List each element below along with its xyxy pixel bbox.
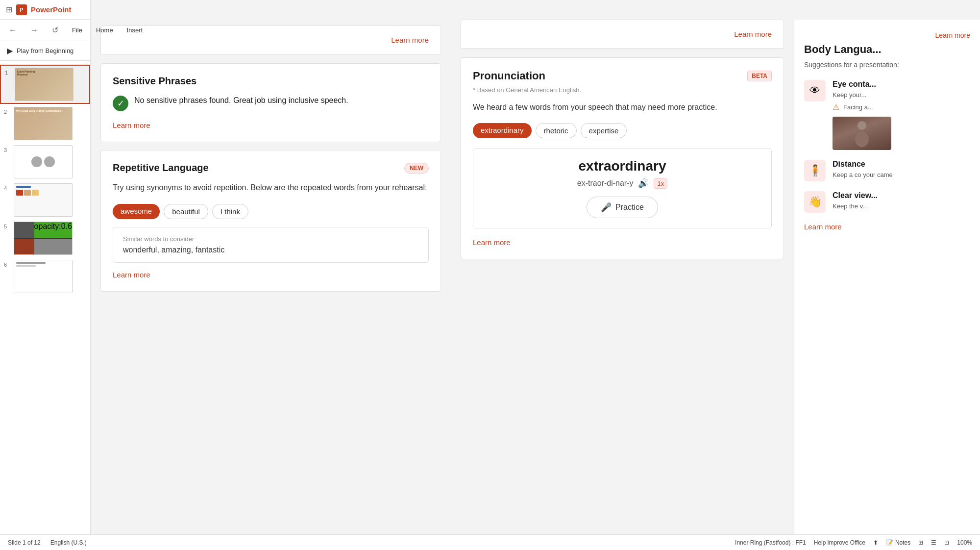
practice-button[interactable]: 🎤 Practice	[587, 197, 658, 218]
play-from-beginning-button[interactable]: ▶ Play from Beginning	[0, 41, 90, 61]
tip-distance-title: Distance	[833, 160, 893, 169]
view-icon-2[interactable]: ☰	[931, 539, 936, 546]
body-lang-learn-more[interactable]: Learn more	[804, 223, 970, 231]
view-icon-1[interactable]: ⊞	[918, 539, 923, 546]
sensitive-phrases-learn-more[interactable]: Learn more	[113, 121, 150, 129]
file-menu[interactable]: File	[69, 25, 85, 36]
distance-icon-box: 🧍	[804, 160, 826, 181]
sensitive-phrases-card: Sensitive Phrases ✓ No sensitive phrases…	[100, 63, 441, 142]
slide-info: Slide 1 of 12	[8, 539, 41, 546]
tip-eye-contact: 👁 Eye conta... Keep your... ⚠ Facing a..…	[804, 80, 970, 150]
pron-tag-rhetoric[interactable]: rhetoric	[536, 123, 577, 138]
similar-words-text: wonderful, amazing, fantastic	[123, 246, 418, 254]
slide-item[interactable]: 1 Event PlanningProposal	[0, 65, 90, 104]
slide-thumbnail: opacity:0.6	[14, 222, 73, 255]
pronunciation-title: Pronunciation	[473, 70, 545, 82]
help-improve[interactable]: Help improve Office	[814, 539, 865, 546]
pron-phonetic-row: ex-traor-di-nar-y 🔊 1x	[483, 178, 761, 189]
repetitive-description: Try using synonyms to avoid repetition. …	[113, 181, 429, 194]
tag-awesome[interactable]: awesome	[113, 204, 160, 219]
slide-number: 2	[4, 109, 11, 115]
repetitive-language-header: Repetitive Language NEW	[113, 162, 429, 174]
sensitive-phrases-title: Sensitive Phrases	[113, 75, 196, 87]
home-menu[interactable]: Home	[93, 25, 116, 36]
pron-description: We heard a few words from your speech th…	[473, 101, 772, 113]
body-language-title: Body Langua...	[804, 43, 970, 56]
tip-eye-warning: ⚠ Facing a...	[833, 102, 891, 112]
slide-2-title: We Create Extra Ordinary Experiences.	[16, 109, 70, 112]
svg-point-0	[858, 121, 866, 130]
slide-number: 1	[5, 70, 12, 75]
slide-number: 6	[4, 262, 11, 268]
mic-icon: 🎤	[601, 202, 612, 213]
repetitive-language-card: Repetitive Language NEW Try using synony…	[100, 150, 441, 292]
refresh-button[interactable]: ↺	[49, 24, 61, 37]
tip-clear-view-content: Clear view... Keep the v...	[833, 191, 878, 211]
person-thumb-inner	[833, 117, 891, 150]
slide-item[interactable]: 3	[0, 143, 90, 180]
tip-distance-content: Distance Keep a co your came	[833, 160, 893, 179]
play-label: Play from Beginning	[17, 47, 74, 54]
tip-eye-title: Eye conta...	[833, 80, 891, 89]
warning-icon: ⚠	[833, 102, 839, 112]
pron-speed-button[interactable]: 1x	[654, 178, 667, 189]
forward-button[interactable]: →	[27, 24, 41, 37]
success-text: No sensitive phrases found. Great job us…	[134, 95, 348, 106]
pron-learn-more[interactable]: Learn more	[473, 238, 511, 247]
body-language-card: Learn more Body Langua... Suggestions fo…	[794, 20, 980, 534]
back-button[interactable]: ←	[6, 24, 20, 37]
slide-thumbnail	[14, 260, 73, 293]
view-icon-3[interactable]: ⊡	[944, 539, 949, 546]
slide-item[interactable]: 2 We Create Extra Ordinary Experiences.	[0, 105, 90, 142]
zoom-level: 100%	[957, 539, 972, 546]
body-lang-top-learn-more[interactable]: Learn more	[935, 31, 970, 39]
tip-clear-view-desc: Keep the v...	[833, 202, 878, 211]
pron-tag-extraordinary[interactable]: extraordinary	[473, 123, 532, 138]
pronunciation-card: Pronunciation BETA * Based on General Am…	[461, 57, 784, 259]
beta-badge: BETA	[747, 71, 772, 81]
partial-learn-more-link[interactable]: Learn more	[391, 36, 429, 44]
pron-top-learn-more[interactable]: Learn more	[734, 30, 772, 38]
pron-word: extraordinary	[483, 158, 761, 174]
status-bar: Slide 1 of 12 English (U.S.) Inner Ring …	[0, 534, 980, 550]
body-language-panel: Learn more Body Langua... Suggestions fo…	[794, 20, 980, 534]
pron-audio-button[interactable]: 🔊	[638, 178, 649, 189]
status-right: Inner Ring (Fastfood) : FF1 Help improve…	[735, 539, 972, 546]
slide-item[interactable]: 4	[0, 181, 90, 219]
clear-view-icon-box: 👋	[804, 191, 826, 213]
pron-subtitle: * Based on General American English.	[473, 86, 772, 94]
slide-number: 4	[4, 185, 11, 191]
slides-list: 1 Event PlanningProposal 2 We Create Ext…	[0, 61, 90, 550]
pronunciation-panel: Learn more Pronunciation BETA * Based on…	[451, 20, 794, 534]
tag-beautiful[interactable]: beautiful	[164, 204, 208, 219]
person-thumbnail	[833, 117, 891, 150]
body-language-description: Suggestions for a presentation:	[804, 60, 970, 70]
similar-words-label: Similar words to consider	[123, 235, 418, 243]
grid-icon[interactable]: ⊞	[6, 5, 12, 14]
slide-1-title: Event PlanningProposal	[17, 70, 71, 76]
svg-point-1	[855, 131, 869, 147]
sidebar-nav: ← → ↺ File Home Insert	[0, 20, 90, 41]
notes-button[interactable]: 📝 Notes	[886, 539, 910, 546]
sensitive-phrases-header: Sensitive Phrases	[113, 75, 429, 87]
sidebar: ⊞ P PowerPoint ← → ↺ File Home Insert ▶ …	[0, 0, 91, 550]
repetitive-learn-more[interactable]: Learn more	[113, 271, 150, 279]
tip-eye-warning-text: Facing a...	[843, 103, 873, 111]
tag-i-think[interactable]: I think	[212, 204, 248, 219]
slide-item[interactable]: 6	[0, 258, 90, 295]
tip-eye-desc: Keep your...	[833, 91, 891, 100]
success-icon: ✓	[113, 96, 128, 111]
pron-header: Pronunciation BETA	[473, 70, 772, 82]
powerpoint-logo: P	[16, 4, 27, 15]
new-badge: NEW	[404, 163, 429, 174]
upload-icon: ⬆	[873, 539, 878, 546]
insert-menu[interactable]: Insert	[124, 25, 146, 36]
slide-number: 5	[4, 224, 11, 229]
pron-tag-expertise[interactable]: expertise	[581, 123, 627, 138]
slide-item[interactable]: 5 opacity:0.6	[0, 220, 90, 257]
play-icon: ▶	[7, 46, 13, 55]
slide-thumbnail	[14, 145, 73, 178]
notes-icon: 📝	[886, 539, 893, 546]
success-row: ✓ No sensitive phrases found. Great job …	[113, 95, 429, 111]
repetitive-tags-row: awesome beautiful I think	[113, 204, 429, 219]
